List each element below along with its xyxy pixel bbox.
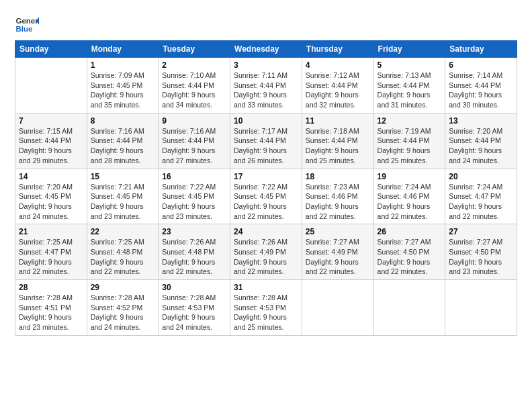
svg-text:Blue: Blue xyxy=(15,25,33,33)
day-number: 28 xyxy=(19,283,83,292)
day-sun-info: Sunrise: 7:18 AMSunset: 4:44 PMDaylight:… xyxy=(306,126,370,166)
calendar-table: SundayMondayTuesdayWednesdayThursdayFrid… xyxy=(15,40,517,336)
calendar-cell: 1Sunrise: 7:09 AMSunset: 4:45 PMDaylight… xyxy=(87,58,159,113)
calendar-cell: 5Sunrise: 7:13 AMSunset: 4:44 PMDaylight… xyxy=(373,58,445,113)
calendar-cell: 6Sunrise: 7:14 AMSunset: 4:44 PMDaylight… xyxy=(445,58,517,113)
day-number: 7 xyxy=(19,116,83,126)
day-number: 4 xyxy=(306,60,370,70)
calendar-week-row: 28Sunrise: 7:28 AMSunset: 4:51 PMDayligh… xyxy=(15,280,517,336)
calendar-cell: 28Sunrise: 7:28 AMSunset: 4:51 PMDayligh… xyxy=(15,280,87,336)
calendar-week-row: 21Sunrise: 7:25 AMSunset: 4:47 PMDayligh… xyxy=(15,224,517,280)
day-sun-info: Sunrise: 7:28 AMSunset: 4:53 PMDaylight:… xyxy=(234,293,298,332)
calendar-cell: 8Sunrise: 7:16 AMSunset: 4:44 PMDaylight… xyxy=(87,113,159,169)
day-number: 2 xyxy=(162,60,226,70)
day-number: 24 xyxy=(234,227,298,236)
calendar-cell: 14Sunrise: 7:20 AMSunset: 4:45 PMDayligh… xyxy=(15,169,87,224)
calendar-week-row: 14Sunrise: 7:20 AMSunset: 4:45 PMDayligh… xyxy=(15,169,517,224)
calendar-cell: 3Sunrise: 7:11 AMSunset: 4:44 PMDaylight… xyxy=(230,58,302,113)
column-header-monday: Monday xyxy=(87,41,159,58)
calendar-cell xyxy=(373,280,445,336)
day-number: 20 xyxy=(449,172,513,181)
calendar-cell: 25Sunrise: 7:27 AMSunset: 4:49 PMDayligh… xyxy=(302,224,373,280)
day-sun-info: Sunrise: 7:28 AMSunset: 4:53 PMDaylight:… xyxy=(162,293,226,332)
day-number: 13 xyxy=(449,116,513,126)
day-number: 17 xyxy=(234,172,298,181)
day-number: 11 xyxy=(306,116,370,126)
svg-text:General: General xyxy=(15,17,39,25)
day-number: 25 xyxy=(306,227,370,236)
column-header-thursday: Thursday xyxy=(302,41,373,58)
day-number: 16 xyxy=(162,172,226,181)
day-sun-info: Sunrise: 7:12 AMSunset: 4:44 PMDaylight:… xyxy=(306,71,370,110)
calendar-cell: 4Sunrise: 7:12 AMSunset: 4:44 PMDaylight… xyxy=(302,58,373,113)
calendar-cell: 20Sunrise: 7:24 AMSunset: 4:47 PMDayligh… xyxy=(445,169,517,224)
day-number: 15 xyxy=(91,172,155,181)
header: General Blue xyxy=(15,12,517,36)
day-number: 30 xyxy=(162,283,226,292)
day-number: 5 xyxy=(378,60,442,70)
calendar-cell: 21Sunrise: 7:25 AMSunset: 4:47 PMDayligh… xyxy=(15,224,87,280)
day-sun-info: Sunrise: 7:09 AMSunset: 4:45 PMDaylight:… xyxy=(91,71,155,110)
calendar-cell: 10Sunrise: 7:17 AMSunset: 4:44 PMDayligh… xyxy=(230,113,302,169)
column-header-sunday: Sunday xyxy=(15,41,87,58)
day-number: 9 xyxy=(162,116,226,126)
calendar-cell: 12Sunrise: 7:19 AMSunset: 4:44 PMDayligh… xyxy=(373,113,445,169)
day-sun-info: Sunrise: 7:24 AMSunset: 4:47 PMDaylight:… xyxy=(449,182,513,222)
calendar-cell: 19Sunrise: 7:24 AMSunset: 4:46 PMDayligh… xyxy=(373,169,445,224)
calendar-cell: 15Sunrise: 7:21 AMSunset: 4:45 PMDayligh… xyxy=(87,169,159,224)
day-sun-info: Sunrise: 7:26 AMSunset: 4:48 PMDaylight:… xyxy=(162,237,226,277)
day-sun-info: Sunrise: 7:24 AMSunset: 4:46 PMDaylight:… xyxy=(378,182,442,222)
calendar-header-row: SundayMondayTuesdayWednesdayThursdayFrid… xyxy=(15,41,517,58)
calendar-cell: 30Sunrise: 7:28 AMSunset: 4:53 PMDayligh… xyxy=(159,280,230,336)
day-number: 31 xyxy=(234,283,298,292)
day-number: 12 xyxy=(378,116,442,126)
day-sun-info: Sunrise: 7:20 AMSunset: 4:44 PMDaylight:… xyxy=(449,126,513,166)
day-number: 10 xyxy=(234,116,298,126)
day-sun-info: Sunrise: 7:27 AMSunset: 4:49 PMDaylight:… xyxy=(306,237,370,277)
calendar-cell: 31Sunrise: 7:28 AMSunset: 4:53 PMDayligh… xyxy=(230,280,302,336)
day-sun-info: Sunrise: 7:10 AMSunset: 4:44 PMDaylight:… xyxy=(162,71,226,110)
calendar-cell xyxy=(445,280,517,336)
column-header-tuesday: Tuesday xyxy=(159,41,230,58)
calendar-week-row: 7Sunrise: 7:15 AMSunset: 4:44 PMDaylight… xyxy=(15,113,517,169)
day-number: 19 xyxy=(378,172,442,181)
day-number: 1 xyxy=(91,60,155,70)
calendar-cell: 11Sunrise: 7:18 AMSunset: 4:44 PMDayligh… xyxy=(302,113,373,169)
day-sun-info: Sunrise: 7:16 AMSunset: 4:44 PMDaylight:… xyxy=(91,126,155,166)
day-sun-info: Sunrise: 7:21 AMSunset: 4:45 PMDaylight:… xyxy=(91,182,155,222)
day-sun-info: Sunrise: 7:23 AMSunset: 4:46 PMDaylight:… xyxy=(306,182,370,222)
calendar-cell: 23Sunrise: 7:26 AMSunset: 4:48 PMDayligh… xyxy=(159,224,230,280)
day-sun-info: Sunrise: 7:22 AMSunset: 4:45 PMDaylight:… xyxy=(162,182,226,222)
day-sun-info: Sunrise: 7:20 AMSunset: 4:45 PMDaylight:… xyxy=(19,182,83,222)
calendar-cell: 17Sunrise: 7:22 AMSunset: 4:45 PMDayligh… xyxy=(230,169,302,224)
day-number: 3 xyxy=(234,60,298,70)
calendar-cell: 16Sunrise: 7:22 AMSunset: 4:45 PMDayligh… xyxy=(159,169,230,224)
day-sun-info: Sunrise: 7:13 AMSunset: 4:44 PMDaylight:… xyxy=(378,71,442,110)
column-header-friday: Friday xyxy=(373,41,445,58)
day-sun-info: Sunrise: 7:28 AMSunset: 4:51 PMDaylight:… xyxy=(19,293,83,332)
day-sun-info: Sunrise: 7:17 AMSunset: 4:44 PMDaylight:… xyxy=(234,126,298,166)
day-sun-info: Sunrise: 7:27 AMSunset: 4:50 PMDaylight:… xyxy=(378,237,442,277)
day-sun-info: Sunrise: 7:14 AMSunset: 4:44 PMDaylight:… xyxy=(449,71,513,110)
column-header-wednesday: Wednesday xyxy=(230,41,302,58)
day-sun-info: Sunrise: 7:26 AMSunset: 4:49 PMDaylight:… xyxy=(234,237,298,277)
day-number: 23 xyxy=(162,227,226,236)
calendar-cell: 18Sunrise: 7:23 AMSunset: 4:46 PMDayligh… xyxy=(302,169,373,224)
day-number: 22 xyxy=(91,227,155,236)
calendar-week-row: 1Sunrise: 7:09 AMSunset: 4:45 PMDaylight… xyxy=(15,58,517,113)
logo-icon: General Blue xyxy=(15,12,39,36)
day-number: 14 xyxy=(19,172,83,181)
day-sun-info: Sunrise: 7:11 AMSunset: 4:44 PMDaylight:… xyxy=(234,71,298,110)
day-sun-info: Sunrise: 7:25 AMSunset: 4:47 PMDaylight:… xyxy=(19,237,83,277)
calendar-cell: 27Sunrise: 7:27 AMSunset: 4:50 PMDayligh… xyxy=(445,224,517,280)
day-sun-info: Sunrise: 7:16 AMSunset: 4:44 PMDaylight:… xyxy=(162,126,226,166)
logo: General Blue xyxy=(15,12,39,36)
calendar-cell: 29Sunrise: 7:28 AMSunset: 4:52 PMDayligh… xyxy=(87,280,159,336)
day-number: 29 xyxy=(91,283,155,292)
calendar-cell xyxy=(302,280,373,336)
calendar-cell xyxy=(15,58,87,113)
calendar-cell: 13Sunrise: 7:20 AMSunset: 4:44 PMDayligh… xyxy=(445,113,517,169)
day-number: 6 xyxy=(449,60,513,70)
day-sun-info: Sunrise: 7:22 AMSunset: 4:45 PMDaylight:… xyxy=(234,182,298,222)
calendar-cell: 2Sunrise: 7:10 AMSunset: 4:44 PMDaylight… xyxy=(159,58,230,113)
